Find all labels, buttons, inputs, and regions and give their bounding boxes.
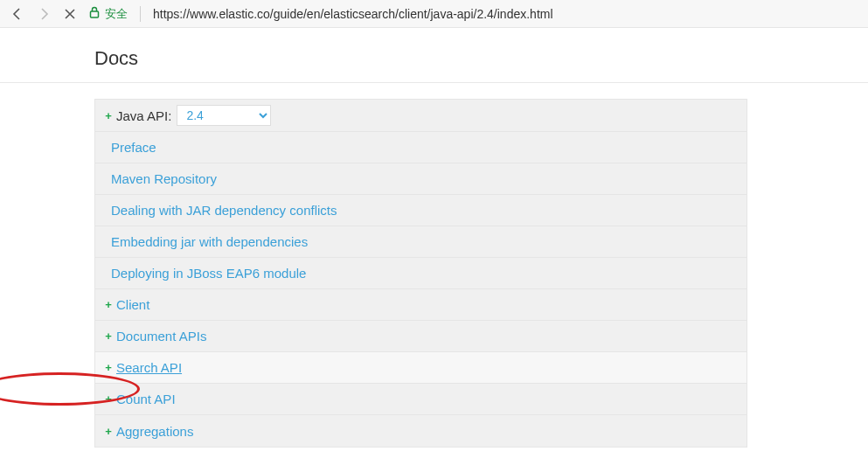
svg-rect-0 [91, 11, 99, 17]
nav-item-aggregations[interactable]: + Aggregations [95, 415, 746, 447]
nav-link[interactable]: Embedding jar with dependencies [111, 234, 308, 249]
nav-item-embedding-jar[interactable]: Embedding jar with dependencies [95, 226, 746, 258]
nav-item-search-api[interactable]: + Search API [95, 352, 746, 384]
nav-item-count-api[interactable]: + Count API [95, 384, 746, 415]
version-select[interactable]: 2.4 [177, 105, 271, 126]
nav-link[interactable]: Document APIs [116, 329, 206, 344]
page-content: Docs + Java API: 2.4 Preface Maven Repos… [0, 28, 868, 448]
nav-link[interactable]: Preface [111, 140, 156, 155]
stop-button[interactable] [59, 3, 80, 24]
nav-link[interactable]: Maven Repository [111, 171, 217, 186]
nav-link[interactable]: Client [116, 297, 149, 312]
nav-item-preface[interactable]: Preface [95, 132, 746, 163]
plus-icon[interactable]: + [102, 425, 115, 438]
nav-item-jboss[interactable]: Deploying in JBoss EAP6 module [95, 258, 746, 289]
browser-toolbar: 安全 https://www.elastic.co/guide/en/elast… [0, 0, 868, 28]
plus-icon[interactable]: + [102, 392, 115, 406]
arrow-right-icon [37, 7, 51, 21]
nav-item-maven-repository[interactable]: Maven Repository [95, 163, 746, 195]
nav-link[interactable]: Dealing with JAR dependency conflicts [111, 203, 337, 218]
lock-icon [89, 6, 100, 21]
secure-label: 安全 [105, 6, 128, 22]
nav-item-document-apis[interactable]: + Document APIs [95, 321, 746, 352]
address-bar-url[interactable]: https://www.elastic.co/guide/en/elastics… [153, 7, 553, 21]
arrow-left-icon [10, 7, 24, 21]
forward-button[interactable] [33, 3, 54, 24]
nav-root-row: + Java API: 2.4 [95, 100, 746, 132]
separator [140, 6, 141, 22]
plus-icon[interactable]: + [102, 330, 115, 343]
plus-icon[interactable]: + [102, 298, 115, 311]
nav-item-client[interactable]: + Client [95, 289, 746, 321]
close-icon [64, 8, 76, 20]
plus-icon[interactable]: + [102, 361, 115, 374]
nav-link[interactable]: Count API [116, 392, 176, 406]
page-title: Docs [94, 28, 842, 82]
plus-icon[interactable]: + [102, 109, 115, 122]
nav-root-label: Java API: [116, 108, 171, 123]
nav-link[interactable]: Search API [116, 360, 182, 375]
nav-item-jar-conflicts[interactable]: Dealing with JAR dependency conflicts [95, 195, 746, 226]
docs-nav-panel: + Java API: 2.4 Preface Maven Repository… [94, 99, 747, 448]
back-button[interactable] [7, 3, 28, 24]
nav-link[interactable]: Deploying in JBoss EAP6 module [111, 266, 306, 281]
nav-link[interactable]: Aggregations [116, 424, 193, 439]
